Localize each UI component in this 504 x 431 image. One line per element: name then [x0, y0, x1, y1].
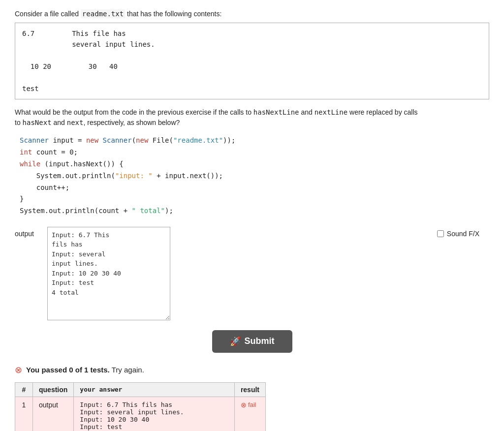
result-fail-icon: ⊗ — [15, 365, 22, 375]
rocket-icon: 🚀 — [230, 336, 241, 347]
th-num: # — [15, 382, 33, 397]
output-row: output Input: 6.7 This fils has Input: s… — [15, 227, 489, 320]
fail-icon: ⊗ — [241, 401, 247, 409]
q-code-4: next — [67, 119, 84, 126]
output-textarea[interactable]: Input: 6.7 This fils has Input: several … — [47, 227, 170, 320]
table-cell-num: 1 — [15, 397, 33, 431]
intro-text-after: that has the following contents: — [125, 10, 221, 18]
q-text-1: What would be the output from the code i… — [15, 108, 253, 116]
code-line-2: int count = 0; — [20, 147, 489, 158]
code-line-6: } — [20, 193, 489, 205]
table-header-row: # question your answer result — [15, 382, 266, 397]
code-line-3: while (input.hasNext()) { — [20, 158, 489, 170]
submit-row: 🚀 Submit — [15, 330, 489, 353]
th-question: question — [33, 382, 74, 397]
table-row: 1 output Input: 6.7 This fils hasInput: … — [15, 397, 266, 431]
code-line-5: count++; — [20, 182, 489, 194]
code-line-4: System.out.println("input: " + input.nex… — [20, 170, 489, 182]
fail-badge: ⊗ fail — [241, 401, 259, 409]
sound-fx-container: Sound F/X — [437, 227, 489, 238]
table-cell-answer: Input: 6.7 This fils hasInput: several i… — [74, 397, 235, 431]
sound-fx-checkbox[interactable] — [437, 230, 444, 237]
intro-text-before: Consider a file called — [15, 10, 81, 18]
result-text: You passed 0 of 1 tests. Try again. — [26, 366, 144, 374]
q-text-2: and — [299, 108, 315, 116]
table-cell-question: output — [33, 397, 74, 431]
q-text-6: , respectively, as shown below? — [83, 119, 180, 126]
question-paragraph: What would be the output from the code i… — [15, 107, 489, 128]
table-cell-result: ⊗ fail — [234, 397, 265, 431]
intro-paragraph: Consider a file called readme.txt that h… — [15, 10, 489, 18]
results-table: # question your answer result 1 output I… — [15, 382, 266, 431]
result-bold: You passed 0 of 1 tests. — [26, 366, 110, 374]
submit-button[interactable]: 🚀 Submit — [212, 330, 292, 353]
code-block: Scanner input = new Scanner(new File("re… — [15, 135, 489, 217]
th-answer: your answer — [74, 382, 235, 397]
sound-fx-label: Sound F/X — [447, 230, 479, 238]
th-result: result — [234, 382, 265, 397]
result-banner: ⊗ You passed 0 of 1 tests. Try again. — [15, 365, 489, 375]
submit-label: Submit — [245, 336, 275, 346]
q-code-2: nextLine — [315, 108, 347, 116]
q-code-1: hasNextLine — [253, 108, 299, 116]
fail-label: fail — [248, 401, 256, 408]
code-line-7: System.out.println(count + " total"); — [20, 205, 489, 217]
file-contents-box: 6.7 This file has several input lines. 1… — [15, 23, 489, 99]
output-label: output — [15, 227, 39, 238]
q-text-4: to — [15, 119, 23, 126]
q-code-3: hasNext — [23, 119, 52, 126]
q-text-5: and — [52, 119, 67, 126]
code-line-1: Scanner input = new Scanner(new File("re… — [20, 135, 489, 147]
result-rest: Try again. — [110, 366, 144, 374]
q-text-3: were replaced by calls — [347, 108, 417, 116]
intro-filename: readme.txt — [81, 9, 125, 18]
